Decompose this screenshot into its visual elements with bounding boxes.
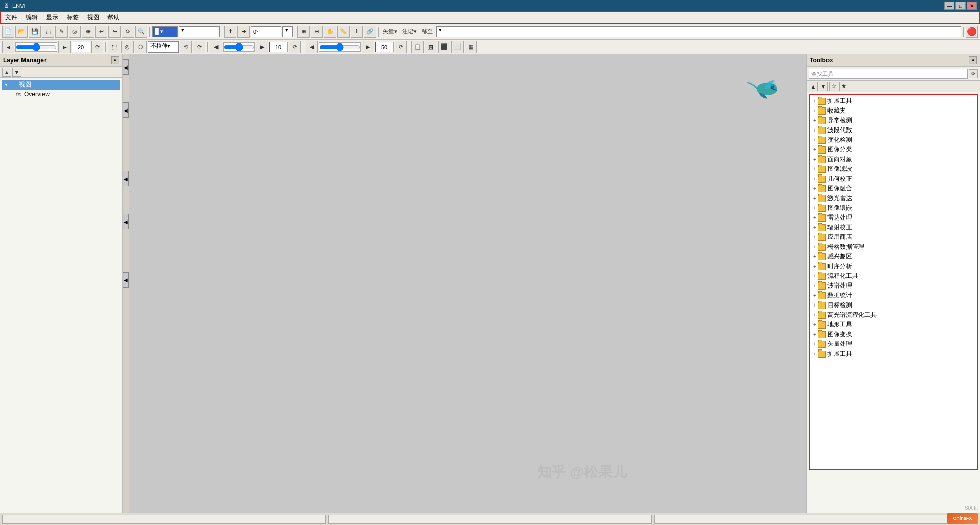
view-expander[interactable]: ▼	[3, 82, 9, 88]
tool-btn6[interactable]: ⟳	[122, 26, 134, 38]
tool-btn1[interactable]: ✎	[55, 26, 68, 38]
tool-item-6[interactable]: +面向对象	[811, 155, 976, 164]
info-btn[interactable]: ℹ	[351, 26, 363, 38]
link-btn[interactable]: 🔗	[364, 26, 376, 38]
map-area[interactable]: 知乎 @松果儿	[129, 54, 806, 513]
t2-btn9[interactable]: ▶	[256, 41, 268, 53]
layer-up-btn[interactable]: ▲	[2, 68, 11, 77]
t2-refresh2[interactable]: ⟳	[289, 41, 301, 53]
zoom-out-btn[interactable]: ⊖	[311, 26, 323, 38]
tool-item-26[interactable]: +扩展工具	[811, 349, 976, 359]
tree-item-overview[interactable]: 🗺 Overview	[2, 90, 120, 99]
tool-btn7[interactable]: 🔍	[135, 26, 147, 38]
tool-expander-15[interactable]: +	[812, 244, 818, 250]
angle-field[interactable]: 0°	[251, 26, 281, 37]
t2-btn3[interactable]: ⬚	[108, 41, 120, 53]
menu-file[interactable]: 文件	[1, 12, 21, 24]
layer-manager-collapse[interactable]: «	[111, 56, 119, 64]
toolbox-up-btn[interactable]: ▲	[809, 82, 818, 91]
tool-expander-25[interactable]: +	[812, 341, 818, 347]
nav-btn2[interactable]: ➜	[237, 26, 250, 38]
tool-expander-0[interactable]: +	[812, 98, 818, 104]
save-button[interactable]: 💾	[29, 26, 41, 38]
angle-combo[interactable]: ▾	[282, 26, 293, 37]
tool-item-1[interactable]: +收藏夹	[811, 106, 976, 116]
tool-item-0[interactable]: +扩展工具	[811, 96, 976, 106]
color-combo[interactable]: █ ▾	[152, 26, 178, 37]
tool-expander-5[interactable]: +	[812, 147, 818, 153]
tool-expander-7[interactable]: +	[812, 166, 818, 172]
tool-expander-8[interactable]: +	[812, 176, 818, 182]
toolbox-down-btn[interactable]: ▼	[819, 82, 828, 91]
t2-btn8[interactable]: ◀	[210, 41, 222, 53]
t2-btn2[interactable]: ▶	[58, 41, 71, 53]
tool-expander-16[interactable]: +	[812, 254, 818, 260]
toolbox-star-btn[interactable]: ☆	[829, 82, 838, 91]
tool-expander-3[interactable]: +	[812, 127, 818, 134]
tool-item-3[interactable]: +波段代数	[811, 125, 976, 135]
t2-btn12[interactable]: 📋	[411, 41, 424, 53]
tool-expander-20[interactable]: +	[812, 293, 818, 299]
gamma-slider[interactable]	[319, 43, 360, 51]
tool-expander-23[interactable]: +	[812, 322, 818, 328]
open-button[interactable]: 📂	[15, 26, 28, 38]
toolbox-refresh-btn[interactable]: ⟳	[969, 69, 978, 78]
tool-item-15[interactable]: +栅格数据管理	[811, 242, 976, 252]
tool-btn5[interactable]: ↪	[108, 26, 121, 38]
tool-expander-13[interactable]: +	[812, 225, 818, 231]
t2-btn14[interactable]: ⬛	[438, 41, 450, 53]
close-button[interactable]: ✕	[967, 2, 977, 10]
stretch-combo[interactable]: 不拉伸▾	[148, 41, 179, 53]
t2-btn11[interactable]: ▶	[362, 41, 374, 53]
tool-item-5[interactable]: +图像分类	[811, 145, 976, 155]
menu-view[interactable]: 视图	[83, 12, 103, 24]
tool-item-25[interactable]: +矢量处理	[811, 339, 976, 349]
tool-item-13[interactable]: +辐射校正	[811, 223, 976, 232]
tool-expander-12[interactable]: +	[812, 215, 818, 221]
tool-item-14[interactable]: +应用商店	[811, 232, 976, 242]
tool-item-16[interactable]: +感兴趣区	[811, 252, 976, 261]
tool-item-20[interactable]: +数据统计	[811, 291, 976, 300]
tool-expander-24[interactable]: +	[812, 332, 818, 338]
tool-expander-6[interactable]: +	[812, 157, 818, 163]
tool-expander-19[interactable]: +	[812, 283, 818, 289]
tool-expander-22[interactable]: +	[812, 312, 818, 318]
tool-item-19[interactable]: +波谱处理	[811, 281, 976, 291]
tool-expander-10[interactable]: +	[812, 195, 818, 202]
select-button[interactable]: ⬚	[42, 26, 54, 38]
menu-display[interactable]: 显示	[42, 12, 62, 24]
measure-btn[interactable]: 📏	[337, 26, 350, 38]
menu-help[interactable]: 帮助	[103, 12, 124, 24]
t2-refresh3[interactable]: ⟳	[395, 41, 407, 53]
layer-down-btn[interactable]: ▼	[12, 68, 21, 77]
alert-btn[interactable]: 🔴	[966, 26, 978, 38]
tool-expander-17[interactable]: +	[812, 264, 818, 270]
side-arrow-2[interactable]: ◀	[123, 102, 129, 118]
toolbox-search-input[interactable]	[809, 69, 968, 79]
brightness-slider[interactable]	[16, 43, 57, 51]
t2-btn7[interactable]: ⟳	[193, 41, 205, 53]
tool-item-10[interactable]: +激光雷达	[811, 193, 976, 203]
tool-item-17[interactable]: +时序分析	[811, 261, 976, 271]
new-button[interactable]: 📄	[2, 26, 14, 38]
zoom-in-btn[interactable]: ⊕	[297, 26, 310, 38]
t2-btn13[interactable]: 🖼	[425, 41, 437, 53]
tool-expander-26[interactable]: +	[812, 351, 818, 357]
toolbox-collapse[interactable]: »	[969, 56, 977, 64]
tool-expander-4[interactable]: +	[812, 137, 818, 143]
minimize-button[interactable]: —	[944, 2, 954, 10]
side-arrow-5[interactable]: ◀	[123, 272, 129, 288]
t2-refresh1[interactable]: ⟳	[91, 41, 103, 53]
tool-item-2[interactable]: +异常检测	[811, 116, 976, 125]
t2-btn4[interactable]: ◎	[121, 41, 134, 53]
tool-item-12[interactable]: +雷达处理	[811, 213, 976, 223]
tool-item-22[interactable]: +高光谱流程化工具	[811, 310, 976, 320]
tool-expander-21[interactable]: +	[812, 302, 818, 309]
t2-btn16[interactable]: ▦	[465, 41, 477, 53]
t2-btn10[interactable]: ◀	[306, 41, 318, 53]
tool-expander-9[interactable]: +	[812, 186, 818, 192]
tree-item-view[interactable]: ▼ 🗂 视图	[2, 80, 120, 90]
menu-label[interactable]: 标签	[62, 12, 83, 24]
t2-btn15[interactable]: ⬜	[451, 41, 464, 53]
tool-expander-2[interactable]: +	[812, 118, 818, 124]
